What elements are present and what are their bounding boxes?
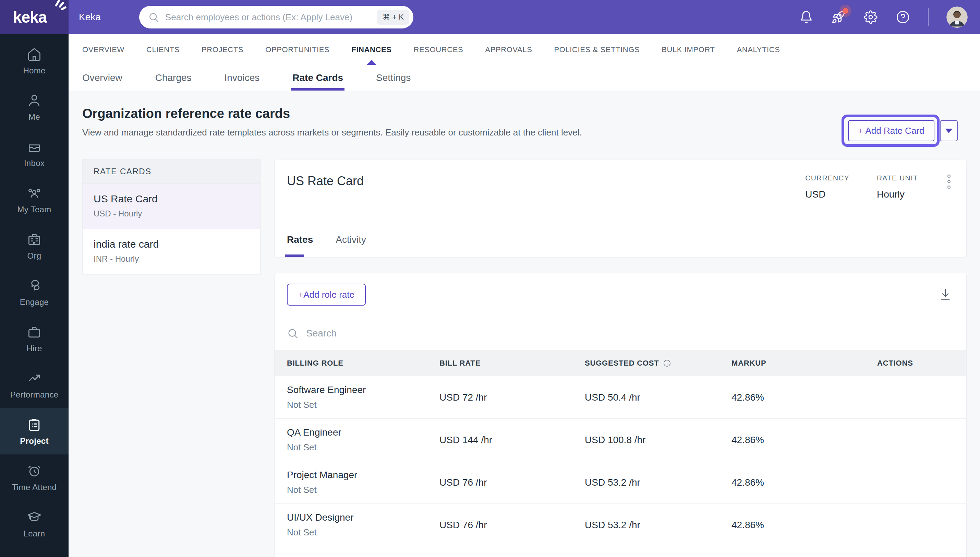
table-row[interactable]: UI/UX DesignerNot Set USD 76 /hr USD 53.… <box>274 504 966 546</box>
settings-button[interactable] <box>863 10 878 24</box>
subtab-charges[interactable]: Charges <box>155 65 191 91</box>
sidebar: Home Me Inbox My Team Org Engage Hire P <box>0 34 68 557</box>
info-icon[interactable] <box>663 359 672 368</box>
sidebar-item-my-team[interactable]: My Team <box>0 177 68 223</box>
notifications-button[interactable] <box>799 10 813 24</box>
subtab-settings[interactable]: Settings <box>376 65 410 91</box>
rate-card-meta: INR - Hourly <box>94 254 249 264</box>
tab-policies-settings[interactable]: POLICIES & SETTINGS <box>554 34 639 65</box>
tab-activity[interactable]: Activity <box>336 234 366 257</box>
subtab-rate-cards[interactable]: Rate Cards <box>292 65 343 91</box>
user-icon <box>27 93 42 108</box>
markup: 42.86% <box>732 435 877 446</box>
table-row[interactable]: Project ManagerNot Set USD 76 /hr USD 53… <box>274 461 966 504</box>
download-icon[interactable] <box>938 287 952 302</box>
sidebar-item-label: Me <box>28 112 40 122</box>
tab-bulk-import[interactable]: BULK IMPORT <box>662 34 715 65</box>
help-icon <box>896 10 910 24</box>
bell-icon <box>799 10 813 24</box>
table-row[interactable]: QA EngineerNot Set USD 144 /hr USD 100.8… <box>274 419 966 461</box>
sidebar-item-home[interactable]: Home <box>0 38 68 84</box>
rate-card-name: india rate card <box>94 238 249 250</box>
engage-icon <box>27 278 42 293</box>
sidebar-item-label: Org <box>28 251 42 261</box>
page-title: Organization reference rate cards <box>82 106 582 121</box>
table-search[interactable] <box>274 316 966 350</box>
billing-role: UI/UX Designer <box>287 512 440 523</box>
top-bar: keka Keka ⌘ + K <box>0 0 980 34</box>
markup: 42.86% <box>732 477 877 488</box>
tab-resources[interactable]: RESOURCES <box>414 34 463 65</box>
rate-unit-value: Hourly <box>877 189 918 200</box>
sidebar-item-org[interactable]: Org <box>0 223 68 269</box>
finances-sub-tabs: Overview Charges Invoices Rate Cards Set… <box>68 65 980 91</box>
add-rate-card-button[interactable]: + Add Rate Card <box>848 120 935 141</box>
keka-wordmark: keka <box>13 8 55 26</box>
sidebar-item-label: Time Attend <box>12 482 57 492</box>
tab-analytics[interactable]: ANALYTICS <box>737 34 780 65</box>
page-header: Organization reference rate cards View a… <box>82 106 967 141</box>
sidebar-item-engage[interactable]: Engage <box>0 269 68 316</box>
add-rate-card-dropdown-button[interactable] <box>940 120 958 141</box>
bill-rate: USD 76 /hr <box>440 520 585 531</box>
subtab-invoices[interactable]: Invoices <box>224 65 260 91</box>
sidebar-item-project[interactable]: Project <box>0 408 68 454</box>
rate-card-meta: USD - Hourly <box>94 209 249 218</box>
rate-unit-label: RATE UNIT <box>877 174 918 182</box>
rate-card-list-item[interactable]: india rate card INR - Hourly <box>83 229 260 274</box>
subtab-overview[interactable]: Overview <box>82 65 122 91</box>
whats-new-button[interactable] <box>831 10 845 24</box>
sidebar-item-performance[interactable]: Performance <box>0 362 68 408</box>
logo-burst-icon <box>51 0 69 12</box>
sidebar-item-label: Inbox <box>24 158 45 168</box>
sidebar-item-hire[interactable]: Hire <box>0 316 68 362</box>
tab-approvals[interactable]: APPROVALS <box>485 34 532 65</box>
tab-finances[interactable]: FINANCES <box>351 34 391 65</box>
billing-role: Project Manager <box>287 469 440 480</box>
detail-tabs: Rates Activity <box>287 234 954 257</box>
bill-rate: USD 76 /hr <box>440 477 585 488</box>
kebab-menu-icon[interactable] <box>945 173 952 190</box>
add-rate-card-group: + Add Rate Card <box>848 120 958 141</box>
rate-cards-panel: RATE CARDS US Rate Card USD - Hourly ind… <box>82 159 261 274</box>
tab-projects[interactable]: PROJECTS <box>201 34 243 65</box>
module-tabs: OVERVIEW CLIENTS PROJECTS OPPORTUNITIES … <box>68 34 980 65</box>
currency-value: USD <box>805 189 849 200</box>
suggested-cost: USD 53.2 /hr <box>585 520 732 531</box>
rate-card-list-item[interactable]: US Rate Card USD - Hourly <box>83 184 260 229</box>
project-icon <box>27 417 42 432</box>
home-icon <box>27 47 42 62</box>
sidebar-item-label: Home <box>23 66 45 75</box>
tab-overview[interactable]: OVERVIEW <box>82 34 125 65</box>
cost-status: Not Set <box>287 527 440 538</box>
suggested-cost: USD 100.8 /hr <box>585 435 732 446</box>
sidebar-item-inbox[interactable]: Inbox <box>0 130 68 177</box>
avatar-image <box>946 7 968 28</box>
add-role-rate-button[interactable]: +Add role rate <box>287 283 366 306</box>
tab-rates[interactable]: Rates <box>287 234 313 257</box>
column-markup: MARKUP <box>732 359 877 368</box>
currency-label: CURRENCY <box>805 174 849 182</box>
column-billing-role: BILLING ROLE <box>287 359 440 368</box>
learn-icon <box>27 510 42 525</box>
sidebar-item-me[interactable]: Me <box>0 84 68 130</box>
sidebar-item-learn[interactable]: Learn <box>0 501 68 547</box>
column-actions: ACTIONS <box>877 359 954 368</box>
markup: 42.86% <box>732 392 877 403</box>
table-row[interactable]: Software EngineerNot Set USD 72 /hr USD … <box>274 376 966 419</box>
avatar[interactable] <box>946 7 968 28</box>
sidebar-item-label: Engage <box>20 297 49 307</box>
global-search[interactable]: ⌘ + K <box>139 6 414 28</box>
chevron-down-icon <box>945 129 952 133</box>
tab-opportunities[interactable]: OPPORTUNITIES <box>265 34 329 65</box>
global-search-input[interactable] <box>165 12 377 23</box>
search-icon <box>148 11 159 23</box>
bill-rate: USD 72 /hr <box>440 392 585 403</box>
sidebar-item-time-attend[interactable]: Time Attend <box>0 454 68 501</box>
page-content: Organization reference rate cards View a… <box>68 91 980 557</box>
help-button[interactable] <box>896 10 910 24</box>
sidebar-item-label: Learn <box>24 529 45 539</box>
table-search-input[interactable] <box>306 328 954 339</box>
keka-logo[interactable]: keka <box>0 0 68 34</box>
tab-clients[interactable]: CLIENTS <box>146 34 180 65</box>
